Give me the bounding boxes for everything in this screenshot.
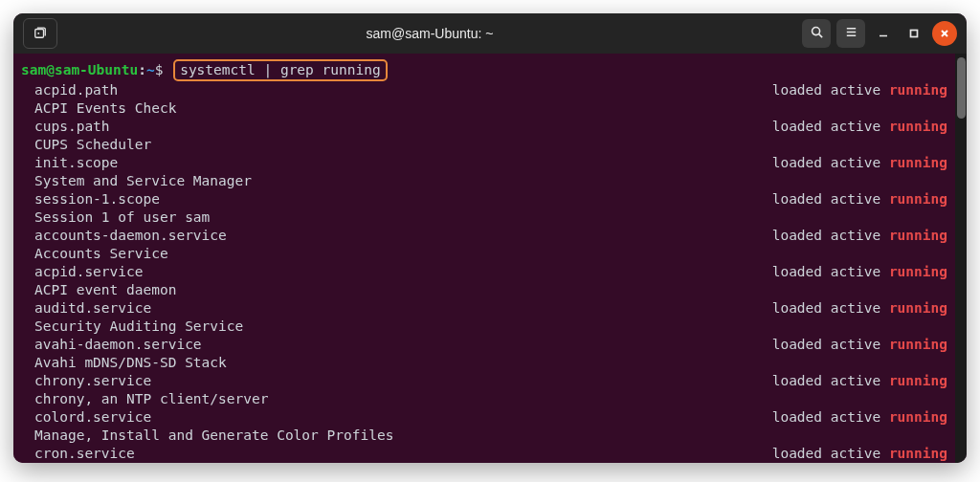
unit-name: colord.service [21,408,151,427]
systemctl-desc-row: Security Auditing Service [21,318,955,336]
systemctl-desc-row: Accounts Service [21,245,955,263]
search-icon [810,25,824,42]
unit-description: Accounts Service [21,245,168,263]
maximize-icon [909,26,919,41]
unit-description: chrony, an NTP client/server [21,390,268,408]
command-highlight: systemctl | grep running [173,59,388,81]
prompt-line: sam@sam-Ubuntu:~$ systemctl | grep runni… [21,59,955,81]
unit-name: acpid.service [21,263,144,281]
new-tab-button[interactable] [23,18,57,49]
systemctl-row: chrony.serviceloaded active running [21,372,955,390]
systemctl-desc-row: ACPI Events Check [21,99,955,118]
systemctl-desc-row: CUPS Scheduler [21,136,955,154]
unit-status: loaded active running [772,118,955,136]
unit-status: loaded active running [772,227,955,245]
new-tab-icon [33,26,47,42]
systemctl-row: auditd.serviceloaded active running [21,299,955,318]
prompt-separator: : [138,62,146,77]
systemctl-row: avahi-daemon.serviceloaded active runnin… [21,336,955,354]
svg-rect-7 [911,31,918,37]
unit-name: acpid.path [21,81,118,99]
systemctl-row: acpid.serviceloaded active running [21,263,955,281]
unit-status: loaded active running [772,336,955,354]
terminal-body: sam@sam-Ubuntu:~$ systemctl | grep runni… [13,54,967,463]
systemctl-row: init.scopeloaded active running [21,154,955,172]
prompt-sigil: $ [155,62,164,77]
prompt-user-host: sam@sam-Ubuntu [21,62,138,77]
unit-name: chrony.service [21,372,151,390]
unit-name: cups.path [21,118,110,136]
scrollbar-track[interactable] [955,54,967,463]
unit-status: loaded active running [772,372,955,390]
unit-description: Avahi mDNS/DNS-SD Stack [21,354,227,372]
unit-status: loaded active running [772,445,955,463]
systemctl-row: colord.serviceloaded active running [21,408,955,427]
unit-name: auditd.service [21,299,151,318]
svg-point-1 [812,28,819,35]
systemctl-desc-row: Session 1 of user sam [21,208,955,227]
systemctl-row: session-1.scopeloaded active running [21,190,955,208]
unit-status: loaded active running [772,190,955,208]
unit-description: Security Auditing Service [21,318,243,336]
unit-description: ACPI event daemon [21,281,176,299]
unit-status: loaded active running [772,81,955,99]
systemctl-row: cups.pathloaded active running [21,118,955,136]
terminal-window: sam@sam-Ubuntu: ~ [13,13,967,463]
menu-button[interactable] [836,19,865,48]
unit-description: System and Service Manager [21,172,252,190]
scrollbar-thumb[interactable] [957,57,966,119]
prompt-path: ~ [146,62,155,77]
systemctl-row: accounts-daemon.serviceloaded active run… [21,227,955,245]
minimize-icon [879,26,888,41]
close-button[interactable] [932,21,957,46]
svg-line-2 [818,34,821,37]
unit-name: cron.service [21,445,135,463]
unit-description: ACPI Events Check [21,99,176,118]
systemctl-desc-row: Manage, Install and Generate Color Profi… [21,427,955,445]
command-text: systemctl | grep running [180,62,381,77]
systemctl-desc-row: System and Service Manager [21,172,955,190]
unit-name: avahi-daemon.service [21,336,202,354]
minimize-button[interactable] [871,21,896,46]
systemctl-desc-row: ACPI event daemon [21,281,955,299]
unit-description: Session 1 of user sam [21,208,210,227]
unit-description: CUPS Scheduler [21,136,151,154]
unit-name: accounts-daemon.service [21,227,227,245]
unit-status: loaded active running [772,299,955,318]
hamburger-icon [844,25,858,42]
terminal-output[interactable]: sam@sam-Ubuntu:~$ systemctl | grep runni… [13,54,955,463]
close-icon [940,26,949,41]
search-button[interactable] [802,19,831,48]
unit-name: session-1.scope [21,190,160,208]
systemctl-desc-row: chrony, an NTP client/server [21,390,955,408]
unit-status: loaded active running [772,408,955,427]
window-title: sam@sam-Ubuntu: ~ [65,26,794,41]
systemctl-row: acpid.pathloaded active running [21,81,955,99]
maximize-button[interactable] [902,21,926,46]
systemctl-row: cron.serviceloaded active running [21,445,955,463]
titlebar: sam@sam-Ubuntu: ~ [13,13,967,54]
unit-description: Manage, Install and Generate Color Profi… [21,427,393,445]
unit-status: loaded active running [772,154,955,172]
unit-status: loaded active running [772,263,955,281]
unit-name: init.scope [21,154,118,172]
systemctl-desc-row: Avahi mDNS/DNS-SD Stack [21,354,955,372]
